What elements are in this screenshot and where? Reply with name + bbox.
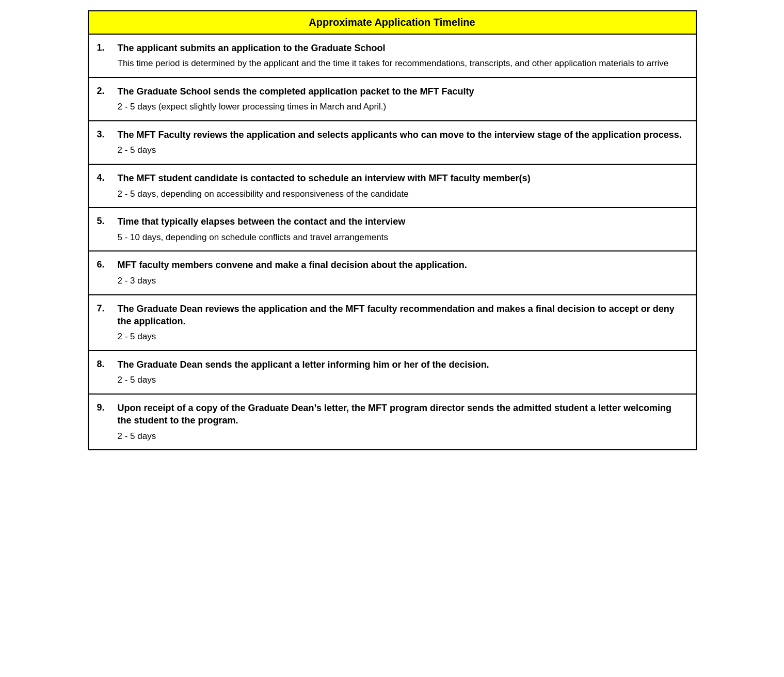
- item-content: The Graduate School sends the completed …: [118, 85, 687, 113]
- item-content: The Graduate Dean reviews the applicatio…: [118, 303, 687, 343]
- table-row: 5.Time that typically elapses between th…: [89, 208, 696, 251]
- table-title: Approximate Application Timeline: [309, 17, 475, 28]
- item-number: 9.: [97, 402, 116, 413]
- table-row: 8.The Graduate Dean sends the applicant …: [89, 351, 696, 395]
- item-content: Time that typically elapses between the …: [118, 215, 687, 243]
- item-title: The Graduate Dean reviews the applicatio…: [118, 303, 687, 328]
- item-content: The MFT student candidate is contacted t…: [118, 172, 687, 200]
- timeline-table: Approximate Application Timeline 1.The a…: [88, 10, 697, 450]
- item-title: The MFT Faculty reviews the application …: [118, 129, 687, 141]
- item-title: The Graduate Dean sends the applicant a …: [118, 358, 687, 371]
- item-title: The applicant submits an application to …: [118, 42, 687, 54]
- item-detail: 2 - 5 days: [118, 374, 687, 386]
- table-row: 3.The MFT Faculty reviews the applicatio…: [89, 121, 696, 165]
- item-number: 7.: [97, 303, 116, 314]
- item-detail: 2 - 3 days: [118, 275, 687, 287]
- table-row: 6.MFT faculty members convene and make a…: [89, 251, 696, 295]
- item-number: 3.: [97, 129, 116, 140]
- item-title: The Graduate School sends the completed …: [118, 85, 687, 98]
- item-content: The Graduate Dean sends the applicant a …: [118, 358, 687, 386]
- item-content: MFT faculty members convene and make a f…: [118, 259, 687, 287]
- table-row: 1.The applicant submits an application t…: [89, 35, 696, 78]
- item-title: Time that typically elapses between the …: [118, 215, 687, 228]
- item-number: 1.: [97, 42, 116, 53]
- item-detail: 5 - 10 days, depending on schedule confl…: [118, 231, 687, 244]
- table-header: Approximate Application Timeline: [89, 11, 696, 35]
- item-title: Upon receipt of a copy of the Graduate D…: [118, 402, 687, 427]
- item-number: 5.: [97, 215, 116, 227]
- item-detail: 2 - 5 days: [118, 330, 687, 343]
- item-content: Upon receipt of a copy of the Graduate D…: [118, 402, 687, 442]
- item-detail: 2 - 5 days: [118, 144, 687, 156]
- item-number: 6.: [97, 259, 116, 270]
- item-number: 2.: [97, 85, 116, 97]
- item-number: 4.: [97, 172, 116, 183]
- item-title: MFT faculty members convene and make a f…: [118, 259, 687, 271]
- table-row: 4.The MFT student candidate is contacted…: [89, 165, 696, 208]
- table-row: 2.The Graduate School sends the complete…: [89, 78, 696, 121]
- item-content: The applicant submits an application to …: [118, 42, 687, 70]
- item-number: 8.: [97, 358, 116, 370]
- item-detail: 2 - 5 days: [118, 430, 687, 443]
- table-row: 7.The Graduate Dean reviews the applicat…: [89, 295, 696, 351]
- item-content: The MFT Faculty reviews the application …: [118, 129, 687, 156]
- item-title: The MFT student candidate is contacted t…: [118, 172, 687, 184]
- table-row: 9.Upon receipt of a copy of the Graduate…: [89, 395, 696, 449]
- item-detail: 2 - 5 days, depending on accessibility a…: [118, 188, 687, 200]
- item-detail: 2 - 5 days (expect slightly lower proces…: [118, 101, 687, 113]
- item-detail: This time period is determined by the ap…: [118, 57, 687, 70]
